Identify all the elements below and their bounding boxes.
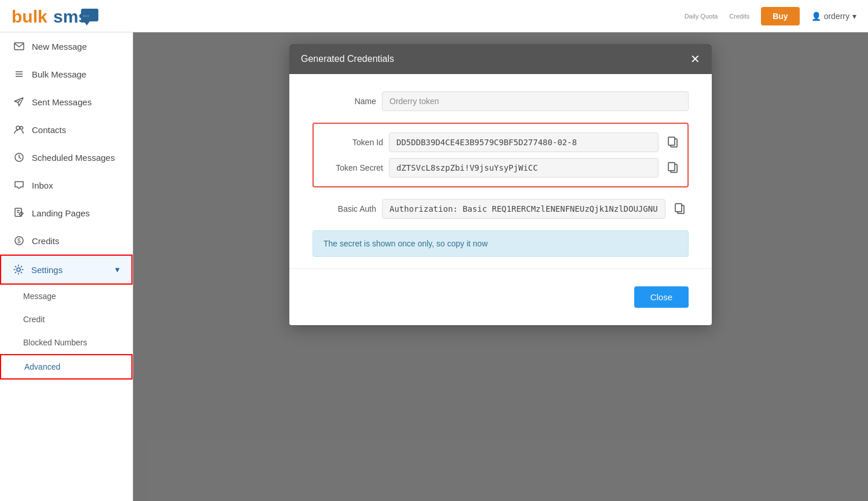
token-secret-input[interactable]	[389, 158, 659, 178]
chevron-down-settings-icon: ▾	[115, 264, 120, 275]
copy-token-id-button[interactable]	[664, 134, 682, 151]
token-id-input[interactable]	[389, 132, 659, 152]
chevron-down-icon: ▾	[852, 12, 856, 21]
sidebar-sub-item-message[interactable]: Message	[0, 285, 133, 308]
sidebar-sub-item-credit[interactable]: Credit	[0, 308, 133, 331]
sub-label-message: Message	[23, 292, 56, 301]
header-right: Daily Quota Credits Buy 👤 orderry ▾	[685, 7, 856, 25]
modal-title: Generated Credentials	[301, 54, 394, 64]
sub-label-blocked-numbers: Blocked Numbers	[23, 338, 87, 347]
paper-plane-icon	[13, 96, 25, 108]
sidebar-item-scheduled-messages[interactable]: Scheduled Messages	[0, 143, 133, 171]
sidebar: New Message Bulk Message Sent Messages	[0, 32, 133, 501]
sidebar-label-landing-pages: Landing Pages	[32, 208, 90, 218]
header: bulk sms ···· Daily Quota Credits Buy 👤 …	[0, 0, 868, 32]
svg-rect-19	[668, 137, 675, 145]
modal-close-button[interactable]: ✕	[690, 53, 700, 65]
sidebar-item-new-message[interactable]: New Message	[0, 32, 133, 60]
copy-basic-auth-button[interactable]	[671, 200, 689, 218]
sidebar-item-inbox[interactable]: Inbox	[0, 171, 133, 199]
sidebar-item-bulk-message[interactable]: Bulk Message	[0, 60, 133, 88]
info-message: The secret is shown once only, so copy i…	[323, 239, 488, 248]
daily-quota-label: Daily Quota	[685, 13, 718, 20]
logo-bulk: bulk sms ····	[12, 5, 98, 27]
close-button[interactable]: Close	[634, 286, 689, 308]
token-secret-row: Token Secret	[319, 158, 682, 178]
sidebar-item-credits[interactable]: $ Credits	[0, 227, 133, 255]
name-input[interactable]	[382, 91, 689, 111]
basic-auth-input[interactable]	[382, 199, 665, 219]
app-body: New Message Bulk Message Sent Messages	[0, 32, 868, 501]
svg-text:bulk: bulk	[12, 7, 47, 26]
modal-header: Generated Credentials ✕	[289, 44, 712, 74]
inbox-icon	[13, 179, 25, 191]
sidebar-label-credits: Credits	[32, 236, 60, 246]
user-icon: 👤	[811, 12, 821, 21]
info-box: The secret is shown once only, so copy i…	[312, 230, 689, 257]
basic-auth-label: Basic Auth	[312, 204, 376, 213]
token-id-row: Token Id	[319, 132, 682, 152]
file-edit-icon	[13, 207, 25, 219]
basic-auth-row: Basic Auth	[312, 199, 689, 219]
sidebar-label-settings: Settings	[31, 265, 62, 275]
sidebar-label-inbox: Inbox	[32, 180, 53, 190]
buy-button[interactable]: Buy	[761, 7, 799, 25]
dollar-circle-icon: $	[13, 235, 25, 246]
modal-footer: Close	[312, 281, 689, 308]
svg-rect-5	[14, 43, 24, 50]
sidebar-item-contacts[interactable]: Contacts	[0, 116, 133, 143]
svg-point-9	[16, 126, 20, 130]
sidebar-label-new-message: New Message	[32, 42, 87, 51]
svg-point-17	[17, 268, 20, 271]
sidebar-item-landing-pages[interactable]: Landing Pages	[0, 199, 133, 227]
user-name: orderry	[824, 12, 849, 21]
svg-text:····: ····	[83, 13, 89, 19]
sidebar-sub-item-blocked-numbers[interactable]: Blocked Numbers	[0, 331, 133, 354]
daily-quota-stat: Daily Quota	[685, 13, 718, 20]
logo: bulk sms ····	[12, 5, 98, 27]
envelope-icon	[13, 40, 25, 52]
clock-icon	[13, 152, 25, 163]
modal-divider	[289, 268, 712, 269]
sidebar-label-scheduled-messages: Scheduled Messages	[32, 153, 115, 163]
credential-section: Token Id Token Secret	[312, 123, 689, 187]
users-icon	[13, 124, 25, 135]
gear-icon	[13, 264, 24, 275]
modal-overlay: Generated Credentials ✕ Name Token Id	[133, 32, 868, 501]
svg-point-10	[20, 127, 23, 130]
modal: Generated Credentials ✕ Name Token Id	[289, 44, 712, 325]
token-id-label: Token Id	[319, 138, 383, 147]
sidebar-label-bulk-message: Bulk Message	[32, 69, 86, 79]
svg-text:$: $	[17, 238, 21, 244]
sub-label-advanced: Advanced	[24, 362, 60, 371]
copy-token-secret-button[interactable]	[664, 159, 682, 176]
sidebar-label-sent-messages: Sent Messages	[32, 97, 91, 107]
svg-rect-23	[675, 204, 682, 212]
user-menu[interactable]: 👤 orderry ▾	[811, 12, 856, 21]
sidebar-sub-item-advanced[interactable]: Advanced	[0, 354, 133, 380]
modal-body: Name Token Id	[289, 74, 712, 325]
sidebar-label-contacts: Contacts	[32, 125, 66, 135]
sub-label-credit: Credit	[23, 315, 45, 324]
list-icon	[13, 68, 25, 80]
main-content: Generated Credentials ✕ Name Token Id	[133, 32, 868, 501]
credits-stat: Credits	[729, 13, 749, 20]
name-row: Name	[312, 91, 689, 111]
token-secret-label: Token Secret	[319, 163, 383, 172]
sidebar-item-settings[interactable]: Settings ▾	[0, 255, 133, 285]
name-label: Name	[312, 97, 376, 106]
credits-header-label: Credits	[729, 13, 749, 20]
sidebar-item-sent-messages[interactable]: Sent Messages	[0, 88, 133, 116]
svg-rect-21	[668, 163, 675, 171]
